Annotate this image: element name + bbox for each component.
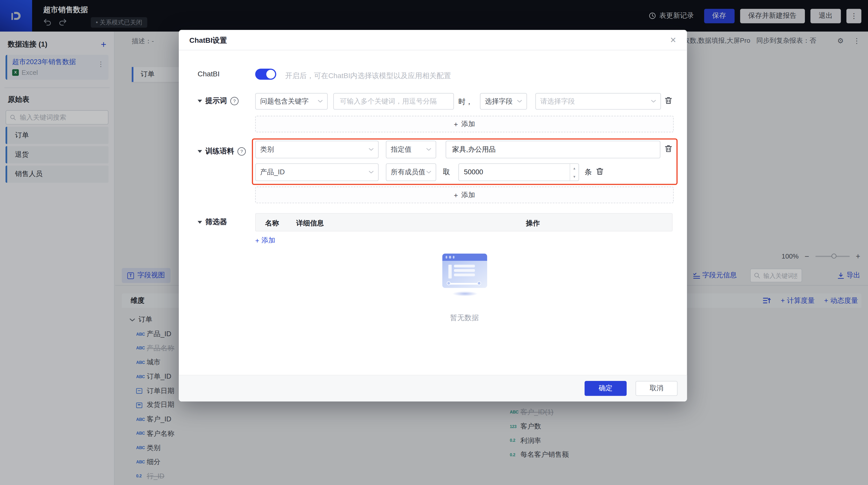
prompt-section-label: 提示词 [205,96,227,105]
corpus-section-label: 训练语料 [205,146,234,156]
chatbi-settings-modal: ChatBI设置 ✕ ChatBI 开启后，可在ChatBI内选择该模型以及应用… [179,30,687,401]
modal-footer: 确定 取消 [179,375,687,401]
prompt-field-mode-value: 选择字段 [485,97,513,106]
filter-col-action: 操作 [526,219,539,228]
caret-down-icon [198,150,202,153]
filter-section-header[interactable]: 筛选器 [198,217,227,227]
caret-down-icon [198,99,202,102]
empty-state-text: 暂无数据 [409,313,520,323]
corpus-count-input[interactable] [459,169,569,176]
count-stepper: ▲ ▼ [569,164,579,180]
prompt-field-placeholder: 请选择字段 [540,97,575,106]
filter-col-name: 名称 [265,219,279,228]
prompt-add-label: 添加 [461,119,475,129]
filter-add-label: 添加 [261,236,275,245]
app-root: 超市销售数据 • 关系模式已关闭 表更新记录 保存 保存并新建报告 退出 ⋮ 数… [0,0,868,485]
corpus-row1-field-value: 类别 [260,145,274,154]
modal-header: ChatBI设置 ✕ [179,30,687,51]
illustration-titlebar [442,254,487,261]
prompt-section-header[interactable]: 提示词 ? [198,96,239,105]
prompt-keywords-input[interactable] [339,97,448,106]
corpus-row1-mode-value: 指定值 [391,145,412,154]
corpus-row2-mode-value: 所有成员值 [391,168,425,177]
chevron-down-icon [426,171,431,174]
plus-icon: + [454,191,458,199]
corpus-row1-mode-select[interactable]: 指定值 [386,141,436,158]
corpus-take-label: 取 [443,167,450,177]
corpus-row1-value-input-wrap [446,141,660,158]
corpus-add-label: 添加 [461,190,475,200]
chatbi-toggle[interactable] [255,69,276,80]
plus-icon: + [454,120,458,128]
corpus-row2-field-select[interactable]: 产品_ID [255,163,378,181]
corpus-unit-label: 条 [585,167,592,177]
filter-col-detail: 详细信息 [296,219,324,228]
corpus-row2-mode-select[interactable]: 所有成员值 [386,163,436,181]
corpus-row1-value-input[interactable] [451,145,655,154]
close-icon[interactable]: ✕ [667,34,679,46]
prompt-keyword-mode-value: 问题包含关键字 [260,97,309,106]
prompt-keywords-input-wrap [333,93,454,110]
filter-add-link[interactable]: +添加 [255,236,275,245]
confirm-button[interactable]: 确定 [585,381,627,396]
corpus-count-input-wrap: ▲ ▼ [458,163,579,181]
prompt-field-select[interactable]: 请选择字段 [535,93,661,110]
empty-state-illustration [442,254,487,288]
corpus-add-button[interactable]: +添加 [255,186,674,203]
prompt-field-mode-select[interactable]: 选择字段 [480,93,527,110]
chevron-down-icon [369,171,374,174]
prompt-conjunction: 时， [458,97,473,107]
help-icon[interactable]: ? [238,147,246,155]
chevron-down-icon [426,148,431,151]
chatbi-toggle-hint: 开启后，可在ChatBI内选择该模型以及应用相关配置 [285,71,451,81]
delete-corpus-row1-icon[interactable] [664,145,673,153]
modal-title: ChatBI设置 [189,35,227,45]
prompt-add-button[interactable]: +添加 [255,116,674,132]
chevron-down-icon [651,100,656,103]
delete-corpus-row2-icon[interactable] [595,167,604,176]
delete-prompt-row-icon[interactable] [664,96,673,105]
chevron-down-icon [318,100,323,103]
plus-icon: + [255,237,259,244]
stepper-up-icon[interactable]: ▲ [570,164,579,172]
chevron-down-icon [517,100,522,103]
chevron-down-icon [369,148,374,151]
chatbi-label: ChatBI [198,70,220,78]
corpus-row2-field-value: 产品_ID [260,168,285,177]
caret-down-icon [198,221,202,223]
cancel-button[interactable]: 取消 [636,381,678,396]
help-icon[interactable]: ? [230,97,239,105]
corpus-row1-field-select[interactable]: 类别 [255,141,378,158]
stepper-down-icon[interactable]: ▼ [570,172,579,181]
corpus-section-header[interactable]: 训练语料 ? [198,146,246,156]
filter-section-label: 筛选器 [205,217,227,227]
prompt-keyword-mode-select[interactable]: 问题包含关键字 [255,93,328,110]
filter-table-header: 名称 详细信息 操作 [255,213,673,232]
illustration-shadow [452,291,478,297]
